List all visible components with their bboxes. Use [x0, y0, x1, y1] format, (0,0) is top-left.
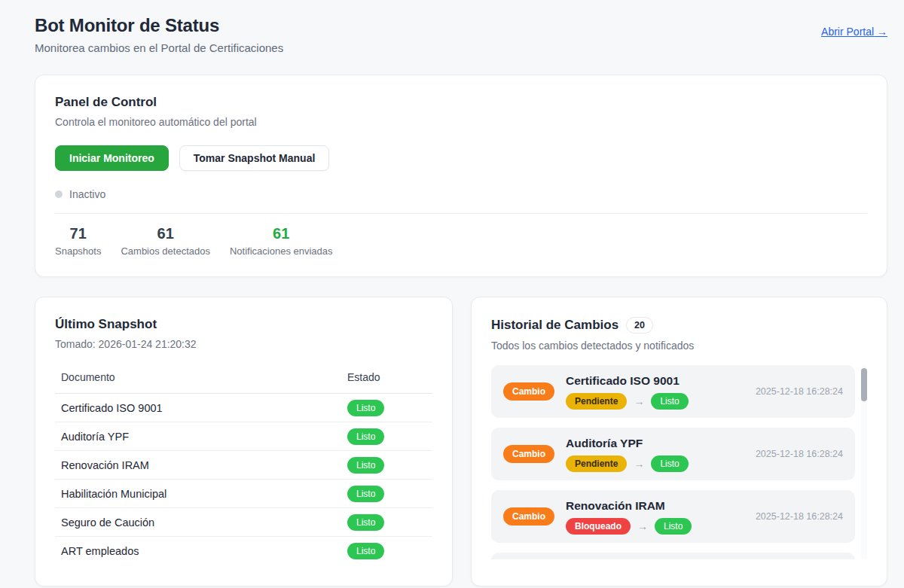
snapshot-card-title: Último Snapshot [55, 317, 432, 332]
status-transition: Pendiente → Listo [566, 393, 689, 410]
history-list-item[interactable]: Cambio Certificado ISO 9001 Pendiente → … [491, 365, 855, 418]
document-name: ART empleados [61, 545, 347, 557]
control-buttons: Iniciar Monitoreo Tomar Snapshot Manual [55, 145, 867, 171]
document-name: Seguro de Caución [61, 516, 347, 529]
snapshot-table-body: Certificado ISO 9001 Listo Auditoría YPF… [55, 394, 432, 565]
status-cell: Listo [347, 514, 432, 531]
status-transition: Bloqueado → Listo [566, 518, 692, 535]
snapshot-card-subtitle: Tomado: 2026-01-24 21:20:32 [55, 338, 432, 350]
history-item-partial [491, 553, 855, 559]
bottom-grid: Último Snapshot Tomado: 2026-01-24 21:20… [35, 297, 887, 586]
status-label: Inactivo [69, 188, 105, 200]
history-item-body: Renovación IRAM Bloqueado → Listo [566, 499, 692, 535]
monitor-status: Inactivo [55, 188, 867, 200]
status-badge: Listo [347, 543, 384, 559]
snapshot-table-header: Documento Estado [55, 371, 432, 394]
history-title-row: Historial de Cambios 20 [491, 317, 867, 334]
status-cell: Listo [347, 457, 432, 474]
stat-notifications-label: Notificaciones enviadas [230, 245, 333, 257]
status-cell: Listo [347, 400, 432, 416]
open-portal-label: Abrir Portal [821, 26, 874, 38]
control-panel-subtitle: Controla el monitoreo automático del por… [55, 116, 867, 128]
page-title: Bot Monitor de Status [35, 15, 283, 36]
history-count-badge: 20 [626, 317, 653, 334]
history-list-item[interactable]: Cambio Auditoría YPF Pendiente → Listo 2… [491, 428, 855, 480]
table-row: Auditoría YPF Listo [55, 422, 432, 451]
status-transition: Pendiente → Listo [566, 455, 689, 472]
from-status-badge: Pendiente [566, 455, 627, 472]
history-item-body: Auditoría YPF Pendiente → Listo [566, 437, 689, 472]
status-cell: Listo [347, 428, 432, 445]
change-tag-badge: Cambio [503, 445, 554, 463]
status-cell: Listo [347, 543, 432, 559]
stat-notifications: 61 Notificaciones enviadas [230, 225, 333, 257]
table-row: Seguro de Caución Listo [55, 508, 432, 537]
document-name: Auditoría YPF [61, 431, 347, 443]
table-row: Renovación IRAM Listo [55, 451, 432, 480]
document-name: Habilitación Municipal [61, 488, 347, 500]
stat-notifications-value: 61 [230, 225, 333, 242]
snapshot-table: Documento Estado Certificado ISO 9001 Li… [55, 371, 432, 565]
document-name: Renovación IRAM [61, 459, 347, 471]
to-status-badge: Listo [651, 393, 688, 410]
history-item-body: Certificado ISO 9001 Pendiente → Listo [566, 374, 689, 410]
page-subtitle: Monitorea cambios en el Portal de Certif… [35, 41, 283, 54]
column-header-status: Estado [347, 371, 432, 383]
arrow-right-icon: → [637, 520, 648, 532]
to-status-badge: Listo [655, 518, 692, 535]
open-portal-link[interactable]: Abrir Portal → [821, 26, 887, 38]
history-item-timestamp: 2025-12-18 16:28:24 [756, 511, 843, 522]
page: Bot Monitor de Status Monitorea cambios … [0, 0, 904, 586]
status-badge: Listo [347, 428, 384, 445]
from-status-badge: Bloqueado [566, 518, 631, 535]
history-list-item[interactable]: Cambio Renovación IRAM Bloqueado → Listo… [491, 490, 855, 543]
change-tag-badge: Cambio [503, 382, 554, 401]
from-status-badge: Pendiente [566, 393, 627, 410]
stat-snapshots: 71 Snapshots [55, 225, 101, 257]
scrollbar-track[interactable] [861, 365, 867, 559]
column-header-document: Documento [61, 371, 347, 383]
stat-changes: 61 Cambios detectados [121, 225, 210, 257]
history-card-title: Historial de Cambios [491, 318, 618, 333]
history-item-document: Certificado ISO 9001 [566, 374, 689, 388]
page-header: Bot Monitor de Status Monitorea cambios … [35, 15, 887, 54]
arrow-right-icon: → [877, 26, 887, 38]
history-item-document: Renovación IRAM [566, 499, 692, 513]
arrow-right-icon: → [634, 395, 644, 407]
status-badge: Listo [347, 514, 384, 531]
start-monitoring-button[interactable]: Iniciar Monitoreo [55, 145, 169, 171]
control-panel-card: Panel de Control Controla el monitoreo a… [35, 75, 887, 277]
last-snapshot-card: Último Snapshot Tomado: 2026-01-24 21:20… [35, 297, 453, 586]
header-titles: Bot Monitor de Status Monitorea cambios … [35, 15, 283, 54]
history-item-timestamp: 2025-12-18 16:28:24 [756, 386, 843, 397]
stats-row: 71 Snapshots 61 Cambios detectados 61 No… [55, 225, 867, 257]
status-badge: Listo [347, 400, 384, 416]
change-tag-badge: Cambio [503, 507, 554, 526]
table-row: Certificado ISO 9001 Listo [55, 394, 432, 422]
table-row: ART empleados Listo [55, 537, 432, 565]
status-cell: Listo [347, 486, 432, 502]
to-status-badge: Listo [651, 455, 688, 472]
status-badge: Listo [347, 486, 384, 502]
history-item-timestamp: 2025-12-18 16:28:24 [756, 449, 843, 459]
table-row: Habilitación Municipal Listo [55, 480, 432, 508]
stats-divider [55, 213, 867, 214]
status-badge: Listo [347, 457, 384, 474]
history-item-document: Auditoría YPF [566, 437, 689, 450]
stat-snapshots-value: 71 [55, 225, 101, 242]
history-list[interactable]: Cambio Certificado ISO 9001 Pendiente → … [491, 365, 867, 559]
status-dot-icon [55, 190, 63, 198]
control-panel-title: Panel de Control [55, 95, 867, 110]
change-history-card: Historial de Cambios 20 Todos los cambio… [471, 297, 887, 586]
scrollbar-thumb[interactable] [861, 368, 867, 401]
stat-changes-value: 61 [121, 225, 210, 242]
stat-changes-label: Cambios detectados [121, 245, 210, 257]
history-card-subtitle: Todos los cambios detectados y notificad… [491, 340, 867, 352]
arrow-right-icon: → [634, 458, 644, 470]
document-name: Certificado ISO 9001 [61, 402, 347, 414]
stat-snapshots-label: Snapshots [55, 245, 101, 257]
manual-snapshot-button[interactable]: Tomar Snapshot Manual [179, 145, 330, 171]
